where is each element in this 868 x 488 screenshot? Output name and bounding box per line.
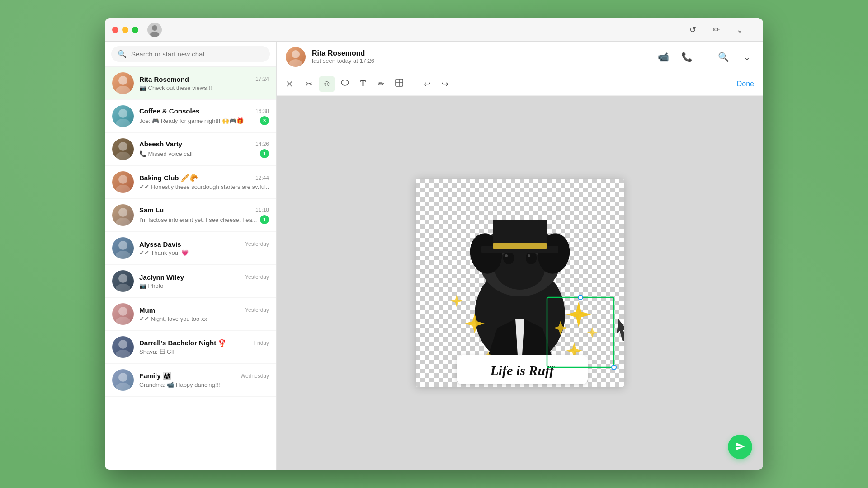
redo-button[interactable]: ↪ <box>437 76 453 92</box>
svg-point-6 <box>118 142 127 151</box>
lasso-icon <box>340 78 349 89</box>
chat-info: Abeesh Varty 14:26 📞 Missed voice call 1 <box>139 140 269 158</box>
video-icon: 📹 <box>658 52 669 62</box>
chat-item[interactable]: Jaclynn Wiley Yesterday 📷 Photo <box>105 265 276 298</box>
chat-item[interactable]: Coffee & Consoles 16:38 Joe: 🎮 Ready for… <box>105 100 276 133</box>
transform-tool-button[interactable] <box>391 76 407 92</box>
pen-icon: ✏ <box>378 79 385 89</box>
svg-point-34 <box>505 254 508 257</box>
avatar <box>112 336 134 358</box>
done-button[interactable]: Done <box>737 80 754 88</box>
svg-point-8 <box>118 175 127 184</box>
undo-button[interactable]: ↩ <box>419 76 435 92</box>
divider <box>705 52 705 62</box>
emoji-tool-button[interactable]: ☺ <box>319 76 335 92</box>
chat-preview: 📞 Missed voice call 1 <box>139 149 269 158</box>
close-editor-button[interactable]: ✕ <box>286 79 293 89</box>
svg-point-32 <box>503 252 514 264</box>
svg-point-5 <box>116 119 130 127</box>
more-button[interactable]: ⌄ <box>740 50 754 64</box>
svg-point-14 <box>118 274 127 283</box>
svg-point-62 <box>612 365 616 370</box>
maximize-button[interactable] <box>132 27 138 33</box>
toolbar-separator <box>413 79 413 89</box>
chat-name: Rita Rosemond <box>139 75 189 83</box>
chat-time: Yesterday <box>245 241 269 247</box>
chat-item[interactable]: Abeesh Varty 14:26 📞 Missed voice call 1 <box>105 133 276 166</box>
transform-icon <box>395 78 404 89</box>
chat-item[interactable]: Sam Lu 11:18 I'm lactose intolerant yet,… <box>105 199 276 232</box>
video-call-button[interactable]: 📹 <box>656 50 670 64</box>
chat-name: Family 👨‍👩‍👧 <box>139 372 171 380</box>
pen-tool-button[interactable]: ✏ <box>373 76 389 92</box>
unread-badge: 1 <box>260 215 269 224</box>
avatar <box>112 369 134 391</box>
refresh-button[interactable]: ↺ <box>685 23 700 37</box>
chat-name: Coffee & Consoles <box>139 107 199 115</box>
chat-name: Baking Club 🥖🥐 <box>139 174 198 182</box>
chat-info: Darrell's Bachelor Night 🦞 Friday Shaya:… <box>139 339 269 355</box>
svg-point-3 <box>116 86 130 94</box>
chat-name: Alyssa Davis <box>139 240 181 248</box>
svg-text:Life is Ruff: Life is Ruff <box>490 363 555 378</box>
chat-preview: I'm lactose intolerant yet, I see cheese… <box>139 215 269 224</box>
compose-icon: ✏ <box>713 25 720 35</box>
dropdown-button[interactable]: ⌄ <box>732 23 747 37</box>
svg-point-33 <box>526 252 537 264</box>
avatar <box>112 237 134 259</box>
svg-point-10 <box>118 208 127 217</box>
undo-icon: ↩ <box>424 79 430 89</box>
chat-item[interactable]: Rita Rosemond 17:24 📷 Check out these vi… <box>105 67 276 100</box>
avatar <box>112 138 134 160</box>
call-button[interactable]: 📞 <box>679 50 694 64</box>
text-tool-button[interactable]: T <box>355 76 371 92</box>
more-icon: ⌄ <box>743 52 751 62</box>
chat-item[interactable]: Alyssa Davis Yesterday ✔✔ Thank you! 💗 <box>105 232 276 265</box>
avatar <box>112 270 134 292</box>
chat-info: Rita Rosemond 17:24 📷 Check out these vi… <box>139 75 269 91</box>
contact-status: last seen today at 17:26 <box>312 57 650 64</box>
refresh-icon: ↺ <box>689 25 696 35</box>
chat-preview: Grandma: 📹 Happy dancing!!! <box>139 381 269 388</box>
chat-preview: ✔✔ Night, love you too xx <box>139 315 269 322</box>
search-input[interactable] <box>131 50 264 58</box>
editor-canvas-area: Life is Ruff <box>277 96 763 470</box>
sidebar: 🔍 Rita Rosemond 17:24 <box>105 42 277 470</box>
chat-info: Mum Yesterday ✔✔ Night, love you too xx <box>139 306 269 322</box>
search-button[interactable]: 🔍 <box>716 50 731 64</box>
chat-info: Alyssa Davis Yesterday ✔✔ Thank you! 💗 <box>139 240 269 256</box>
lasso-tool-button[interactable] <box>337 76 353 92</box>
svg-point-7 <box>116 152 130 160</box>
send-button[interactable] <box>728 435 752 459</box>
avatar <box>112 303 134 325</box>
svg-point-35 <box>528 254 530 257</box>
chat-name: Jaclynn Wiley <box>139 273 184 281</box>
chat-preview: 📷 Check out these views!!! <box>139 84 269 91</box>
svg-point-23 <box>289 59 302 67</box>
user-avatar[interactable] <box>147 23 162 37</box>
svg-point-15 <box>116 284 130 292</box>
crop-tool-button[interactable]: ✂ <box>301 76 317 92</box>
chat-time: 17:24 <box>255 76 269 82</box>
svg-point-24 <box>341 80 349 85</box>
minimize-button[interactable] <box>122 27 128 33</box>
chat-name: Darrell's Bachelor Night 🦞 <box>139 339 226 347</box>
search-icon: 🔍 <box>718 52 729 62</box>
chat-item[interactable]: Family 👨‍👩‍👧 Wednesday Grandma: 📹 Happy … <box>105 364 276 397</box>
chat-item[interactable]: Mum Yesterday ✔✔ Night, love you too xx <box>105 298 276 331</box>
chat-preview: 📷 Photo <box>139 282 269 289</box>
chat-item[interactable]: Darrell's Bachelor Night 🦞 Friday Shaya:… <box>105 331 276 364</box>
contact-actions: 📹 📞 🔍 ⌄ <box>656 50 754 64</box>
close-button[interactable] <box>112 27 118 33</box>
chat-time: Yesterday <box>245 274 269 280</box>
close-icon: ✕ <box>286 79 293 89</box>
avatar <box>112 72 134 94</box>
dropdown-icon: ⌄ <box>736 25 743 35</box>
chat-item[interactable]: Baking Club 🥖🥐 12:44 ✔✔ Honestly these s… <box>105 166 276 199</box>
scissors-icon: ✂ <box>306 79 312 89</box>
compose-button[interactable]: ✏ <box>709 23 723 37</box>
svg-point-1 <box>150 32 159 37</box>
svg-point-11 <box>116 218 130 226</box>
svg-point-31 <box>495 249 545 290</box>
image-canvas[interactable]: Life is Ruff <box>416 179 624 387</box>
